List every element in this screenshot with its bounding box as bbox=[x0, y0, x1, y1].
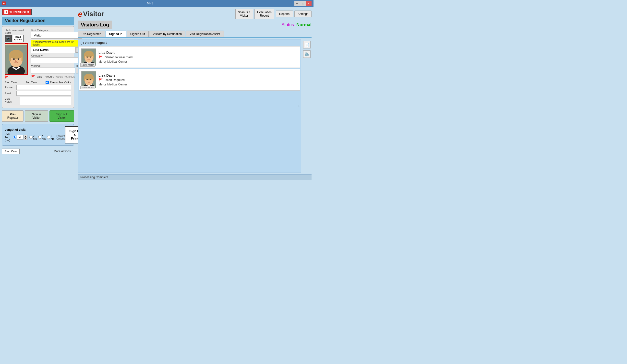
settings-icon-button[interactable]: ⚙️ bbox=[303, 50, 311, 58]
visitor-flag-card-1[interactable]: Lisa Davis 🚩 Refused to wear mask Mercy … bbox=[79, 46, 300, 68]
svg-rect-23 bbox=[84, 77, 85, 81]
tab-signed-out[interactable]: Signed Out bbox=[127, 31, 149, 37]
svg-point-25 bbox=[86, 79, 88, 80]
pre-register-button[interactable]: Pre-Register bbox=[2, 110, 23, 122]
name-warning[interactable]: 2 flagged visitors found. Click here for… bbox=[31, 40, 82, 47]
read-id-button[interactable]: ReadID Card bbox=[13, 35, 23, 42]
threshold-logo: T THRESHOLD bbox=[2, 9, 74, 15]
svg-rect-15 bbox=[93, 54, 94, 58]
flags-header: (-) Visitor Flags: 2 bbox=[78, 40, 301, 46]
svg-rect-6 bbox=[22, 54, 23, 61]
tab-visit-registration-assist[interactable]: Visit Registration Assist bbox=[186, 31, 224, 37]
document-icon-button[interactable]: 📄 bbox=[303, 41, 311, 48]
remember-visitor-checkbox[interactable] bbox=[46, 81, 49, 84]
svg-rect-5 bbox=[9, 54, 11, 61]
close-button[interactable]: ✕ bbox=[306, 1, 312, 6]
more-options[interactable]: >>More Options bbox=[56, 135, 65, 140]
reports-button[interactable]: Reports bbox=[276, 10, 293, 17]
start-time-field: Start Time: bbox=[5, 81, 18, 84]
flag-reason-2: 🚩 Escort Required bbox=[99, 78, 298, 82]
visitor-flag-card-2[interactable]: Lisa Davis 🚩 Escort Required Mercy Medic… bbox=[79, 69, 300, 91]
visit-length-row: Length of visit: Visit For (hrs): ▲ ▼ bbox=[5, 126, 71, 143]
visiting-input[interactable] bbox=[31, 68, 75, 73]
company-label: Company: bbox=[31, 54, 82, 57]
notes-input[interactable] bbox=[20, 97, 71, 105]
visiting-field: Visiting: bbox=[31, 64, 75, 73]
radio-8hrs: 8 hrs bbox=[47, 135, 54, 140]
page-title: Visitor Registration bbox=[2, 17, 74, 25]
radio-group: 2 hrs 4 hrs 8 hrs bbox=[29, 135, 55, 140]
svg-point-17 bbox=[90, 56, 91, 57]
spinner-down[interactable]: ▼ bbox=[24, 137, 27, 140]
remember-visitor-label: Remember Visitor bbox=[50, 81, 71, 84]
email-input[interactable] bbox=[16, 91, 71, 96]
scan-out-visitor-button[interactable]: Scan Out Visitor bbox=[235, 9, 253, 19]
valid-through-label: Valid Through: bbox=[37, 75, 54, 78]
phone-input[interactable] bbox=[16, 85, 71, 90]
email-label: Email: bbox=[5, 92, 14, 95]
flag-icon-2: 🚩 bbox=[99, 78, 103, 82]
flag-location-1: Mercy Medical Center bbox=[99, 60, 298, 63]
spinner-up[interactable]: ▲ bbox=[24, 135, 27, 137]
chevron-sidebar[interactable]: › bbox=[297, 101, 301, 111]
content-area: (-) Visitor Flags: 2 bbox=[78, 39, 312, 173]
form-top: Photo from saved visitor 📷 ReadID Card bbox=[5, 29, 71, 79]
evacuation-report-button[interactable]: Evacuation Report bbox=[255, 9, 274, 19]
processing-status: Processing Complete bbox=[80, 176, 108, 179]
tab-pre-registered[interactable]: Pre-Registered bbox=[78, 31, 105, 37]
radio-4hrs: 4 hrs bbox=[38, 135, 46, 140]
time-row: Start Time: End Time: Remember Visitor bbox=[5, 81, 71, 84]
name-match-badge-2: Name Match bbox=[80, 86, 95, 89]
right-sidebar-icons: 📄 ⚙️ bbox=[302, 39, 312, 173]
minimize-button[interactable]: ─ bbox=[294, 1, 300, 6]
visitor-text: Visitor bbox=[83, 10, 104, 18]
visitor-flag-info-2: Lisa Davis 🚩 Escort Required Mercy Medic… bbox=[99, 73, 298, 86]
name-match-badge-1: Name Match bbox=[80, 63, 95, 67]
title-bar: e MHS ─ □ ✕ bbox=[0, 0, 314, 7]
camera-button[interactable]: 📷 bbox=[5, 35, 12, 42]
svg-point-7 bbox=[13, 58, 15, 60]
hours-spinner: ▲ ▼ bbox=[13, 135, 27, 140]
action-buttons: Pre-Register Sign in Visitor Sign out Vi… bbox=[2, 110, 74, 122]
email-row: Email: bbox=[5, 91, 71, 96]
status-label: Status: bbox=[281, 22, 295, 27]
status-bar: Visitors Log Status: Normal bbox=[78, 21, 312, 29]
visiting-label: Visiting: bbox=[31, 64, 75, 67]
visit-category-select[interactable]: Visitor bbox=[31, 32, 82, 39]
radio-custom-hours[interactable] bbox=[13, 136, 16, 139]
tab-signed-in[interactable]: Signed In bbox=[105, 31, 126, 37]
visitor-photo bbox=[5, 43, 28, 75]
visiting-host-row: Visiting: Host: ▼ bbox=[31, 64, 82, 73]
main-container: T THRESHOLD Visitor Registration Photo f… bbox=[0, 7, 314, 182]
full-name-input[interactable] bbox=[31, 47, 76, 53]
maximize-button[interactable]: □ bbox=[300, 1, 306, 6]
hours-input[interactable] bbox=[17, 135, 23, 139]
start-over-button[interactable]: Start Over bbox=[2, 149, 20, 154]
tab-visitors-by-destination[interactable]: Visitors by Destination bbox=[149, 31, 186, 37]
name-input-wrapper: ▼ bbox=[31, 47, 82, 53]
spinner-buttons: ▲ ▼ bbox=[24, 135, 27, 140]
flag-reason-1: 🚩 Refused to wear mask bbox=[99, 55, 298, 59]
visit-length-section: Length of visit: Visit For (hrs): ▲ ▼ bbox=[2, 124, 74, 146]
right-panel: e Visitor Scan Out Visitor Evacuation Re… bbox=[76, 7, 314, 182]
settings-button[interactable]: Settings bbox=[294, 10, 312, 17]
company-input[interactable] bbox=[31, 57, 82, 63]
radio-2hrs: 2 hrs bbox=[29, 135, 37, 140]
tabs-row: Pre-Registered Signed In Signed Out Visi… bbox=[78, 31, 312, 38]
sign-in-visitor-button[interactable]: Sign in Visitor bbox=[25, 110, 48, 122]
sign-out-visitor-button[interactable]: Sign out Visitor bbox=[50, 110, 74, 122]
form-bottom: Start Time: End Time: Remember Visitor P… bbox=[5, 81, 71, 105]
app-title: MHS bbox=[147, 2, 154, 5]
visitor-flags-container: (-) Visitor Flags: 2 bbox=[78, 39, 301, 173]
flag-reason-text-1: Refused to wear mask bbox=[104, 55, 133, 59]
photo-controls: 📷 ReadID Card bbox=[5, 35, 23, 42]
end-time-label: End Time: bbox=[25, 81, 38, 84]
svg-point-4 bbox=[9, 50, 23, 59]
svg-rect-14 bbox=[84, 54, 85, 58]
valid-flag-icon: 🚩 bbox=[31, 75, 35, 79]
more-actions-button[interactable]: More Actions ... bbox=[54, 150, 74, 153]
photo-placeholder bbox=[5, 44, 27, 74]
header-buttons: Scan Out Visitor Evacuation Report Repor… bbox=[235, 9, 312, 19]
visit-for-row: Visit For (hrs): ▲ ▼ bbox=[5, 133, 65, 142]
flag-location-2: Mercy Medical Center bbox=[99, 83, 298, 86]
